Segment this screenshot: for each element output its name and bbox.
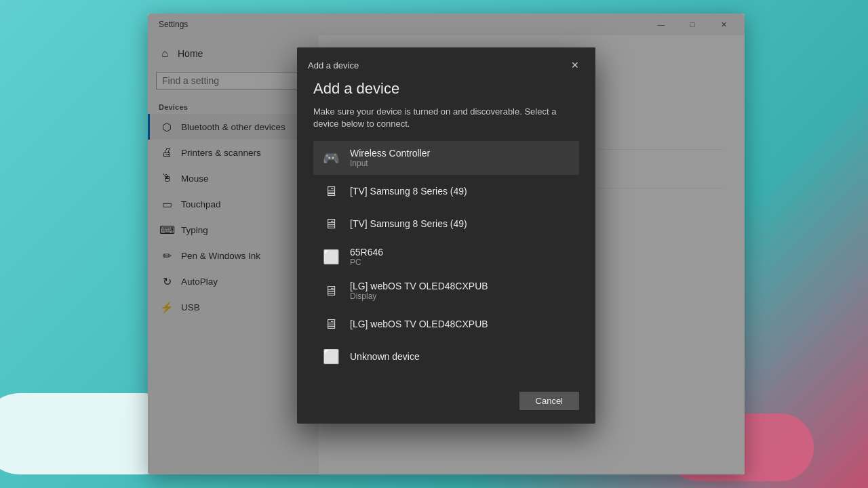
dialog-footer: Cancel [297, 384, 595, 424]
device-info: [TV] Samsung 8 Series (49) [350, 186, 467, 197]
cancel-button[interactable]: Cancel [519, 392, 579, 410]
tv-icon-4: 🖥 [321, 314, 340, 333]
device-info: Unknown device [350, 351, 420, 362]
tv-icon-2: 🖥 [321, 214, 340, 233]
device-row-name: [LG] webOS TV OLED48CXPUB [350, 319, 488, 329]
device-info: [LG] webOS TV OLED48CXPUB [350, 319, 488, 329]
device-row-subtext: Display [350, 291, 488, 301]
dialog-device-row-lg-webos-1[interactable]: 🖥 [LG] webOS TV OLED48CXPUB Display [313, 274, 579, 308]
tv-icon-1: 🖥 [321, 182, 340, 201]
device-info: [LG] webOS TV OLED48CXPUB Display [350, 281, 488, 301]
dialog-heading: Add a device [313, 80, 579, 98]
dialog-device-row-unknown[interactable]: ⬜ Unknown device [313, 340, 579, 373]
dialog-titlebar: Add a device ✕ [297, 47, 595, 80]
monitor-icon: ⬜ [321, 247, 340, 266]
device-row-name: Wireless Controller [350, 148, 430, 159]
device-info: [TV] Samsung 8 Series (49) [350, 218, 467, 229]
device-row-name: Unknown device [350, 351, 420, 362]
dialog-device-row-wireless-controller[interactable]: 🎮 Wireless Controller Input [313, 141, 579, 175]
device-info: 65R646 PC [350, 247, 383, 267]
dialog-device-row-samsung-1[interactable]: 🖥 [TV] Samsung 8 Series (49) [313, 175, 579, 207]
device-info: Wireless Controller Input [350, 148, 430, 168]
device-row-name: [LG] webOS TV OLED48CXPUB [350, 281, 488, 291]
dialog-device-row-lg-webos-2[interactable]: 🖥 [LG] webOS TV OLED48CXPUB [313, 308, 579, 340]
device-row-name: [TV] Samsung 8 Series (49) [350, 186, 467, 197]
device-row-subtext: PC [350, 258, 383, 267]
device-row-name: [TV] Samsung 8 Series (49) [350, 218, 467, 229]
dialog-body: Add a device Make sure your device is tu… [297, 80, 595, 384]
dialog-titlebar-text: Add a device [308, 60, 359, 70]
gamepad-icon: 🎮 [321, 148, 340, 167]
dialog-description: Make sure your device is turned on and d… [313, 106, 579, 130]
device-row-name: 65R646 [350, 247, 383, 258]
device-row-subtext: Input [350, 159, 430, 168]
add-device-dialog: Add a device ✕ Add a device Make sure yo… [297, 47, 595, 424]
tv-icon-3: 🖥 [321, 281, 340, 300]
unknown-device-icon: ⬜ [321, 347, 340, 366]
dialog-device-row-samsung-2[interactable]: 🖥 [TV] Samsung 8 Series (49) [313, 207, 579, 240]
dialog-device-row-65r646[interactable]: ⬜ 65R646 PC [313, 240, 579, 274]
dialog-close-button[interactable]: ✕ [566, 56, 585, 75]
settings-window: Settings — □ ✕ ⌂ Home Devices ⬡ Bluetoot… [148, 14, 745, 474]
modal-overlay: Add a device ✕ Add a device Make sure yo… [148, 14, 745, 474]
